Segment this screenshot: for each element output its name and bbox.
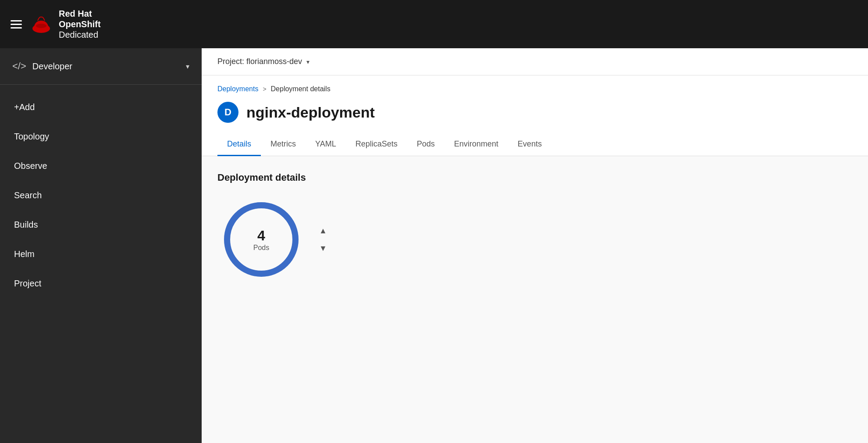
tab-events[interactable]: Events <box>508 133 551 156</box>
sidebar-item-observe[interactable]: Observe <box>0 151 202 181</box>
page-title: nginx-deployment <box>246 104 375 121</box>
brand-edition: Dedicated <box>59 29 101 40</box>
tab-yaml[interactable]: YAML <box>306 133 346 156</box>
page-title-row: D nginx-deployment <box>202 97 868 133</box>
pods-ring-container: 4 Pods ▲ ▼ <box>217 196 852 283</box>
decrease-pods-button[interactable]: ▼ <box>316 243 331 254</box>
breadcrumb-current: Deployment details <box>271 85 331 93</box>
tab-metrics[interactable]: Metrics <box>261 133 306 156</box>
pods-ring: 4 Pods <box>217 196 305 283</box>
redhat-logo-icon <box>30 13 53 36</box>
brand-name: Red Hat <box>59 8 101 19</box>
sidebar-item-helm[interactable]: Helm <box>0 239 202 269</box>
sidebar-item-search[interactable]: Search <box>0 181 202 210</box>
developer-icon: </> <box>12 61 26 72</box>
sidebar-nav: +Add Topology Observe Search Builds Helm… <box>0 85 202 306</box>
content-area: Project: florianmoss-dev ▾ Deployments >… <box>202 48 868 443</box>
increase-pods-button[interactable]: ▲ <box>316 225 331 236</box>
project-label: Project: florianmoss-dev <box>217 57 302 66</box>
deployment-details-title: Deployment details <box>217 172 852 183</box>
brand-product: OpenShift <box>59 19 101 29</box>
detail-content: Deployment details 4 Pods ▲ ▼ <box>202 156 868 443</box>
pods-controls: ▲ ▼ <box>316 225 331 254</box>
breadcrumb-area: Deployments > Deployment details <box>202 75 868 97</box>
tab-environment[interactable]: Environment <box>445 133 508 156</box>
deployment-type-badge: D <box>217 102 238 123</box>
brand-logo: Red Hat OpenShift Dedicated <box>30 8 101 40</box>
pods-ring-text: Pods <box>253 244 269 251</box>
top-header: Red Hat OpenShift Dedicated <box>0 0 868 48</box>
context-chevron-icon: ▾ <box>186 62 189 71</box>
sidebar-item-add[interactable]: +Add <box>0 93 202 122</box>
sidebar-context-label: Developer <box>32 61 180 71</box>
pods-count: 4 <box>253 228 269 244</box>
main-layout: </> Developer ▾ +Add Topology Observe Se… <box>0 48 868 443</box>
breadcrumb: Deployments > Deployment details <box>217 85 852 93</box>
hamburger-menu[interactable] <box>11 20 22 29</box>
tab-replicasets[interactable]: ReplicaSets <box>346 133 407 156</box>
sidebar-item-project[interactable]: Project <box>0 269 202 298</box>
sidebar-item-builds[interactable]: Builds <box>0 210 202 239</box>
sidebar-context-switcher[interactable]: </> Developer ▾ <box>0 48 202 85</box>
sidebar: </> Developer ▾ +Add Topology Observe Se… <box>0 48 202 443</box>
project-selector[interactable]: Project: florianmoss-dev ▾ <box>217 57 309 66</box>
project-bar: Project: florianmoss-dev ▾ <box>202 48 868 75</box>
breadcrumb-deployments-link[interactable]: Deployments <box>217 85 258 93</box>
tabs-bar: Details Metrics YAML ReplicaSets Pods En… <box>202 133 868 156</box>
svg-point-1 <box>36 24 46 28</box>
tab-pods[interactable]: Pods <box>407 133 445 156</box>
breadcrumb-separator: > <box>263 86 266 93</box>
brand-text: Red Hat OpenShift Dedicated <box>59 8 101 40</box>
project-chevron-icon: ▾ <box>306 58 309 65</box>
tab-details[interactable]: Details <box>217 133 261 156</box>
pods-ring-label: 4 Pods <box>253 228 269 252</box>
sidebar-item-topology[interactable]: Topology <box>0 122 202 151</box>
